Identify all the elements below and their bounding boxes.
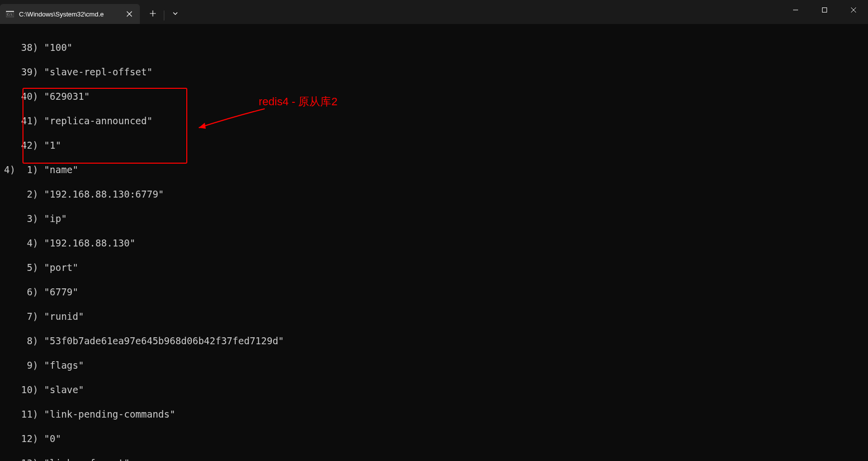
- tab-title: C:\Windows\System32\cmd.e: [19, 10, 120, 18]
- output-line: 38) "100": [4, 41, 864, 54]
- output-line: 42) "1": [4, 139, 864, 152]
- new-tab-button[interactable]: [144, 4, 162, 22]
- minimize-button[interactable]: [781, 0, 810, 20]
- output-line: 10) "slave": [4, 384, 864, 396]
- svg-rect-1: [6, 11, 14, 12]
- output-line: 3) "ip": [4, 213, 864, 225]
- svg-text:C:\: C:\: [7, 12, 12, 16]
- tab-dropdown-button[interactable]: [166, 4, 184, 22]
- output-line: 2) "192.168.88.130:6779": [4, 188, 864, 201]
- maximize-button[interactable]: [810, 0, 839, 20]
- terminal-tab[interactable]: C:\ C:\Windows\System32\cmd.e: [0, 4, 140, 24]
- output-line: 39) "slave-repl-offset": [4, 66, 864, 78]
- cmd-icon: C:\: [6, 10, 14, 18]
- output-line: 4) "192.168.88.130": [4, 237, 864, 249]
- output-line: 9) "flags": [4, 359, 864, 372]
- svg-rect-3: [823, 8, 827, 12]
- output-line: 4) 1) "name": [4, 164, 864, 176]
- output-line: 5) "port": [4, 261, 864, 274]
- output-line: 11) "link-pending-commands": [4, 408, 864, 421]
- output-line: 40) "629031": [4, 90, 864, 103]
- title-bar: C:\ C:\Windows\System32\cmd.e: [0, 0, 868, 24]
- output-line: 13) "link-refcount": [4, 457, 864, 461]
- output-line: 12) "0": [4, 433, 864, 445]
- close-window-button[interactable]: [839, 0, 868, 20]
- window-controls: [781, 0, 868, 20]
- terminal-output: 38) "100" 39) "slave-repl-offset" 40) "6…: [0, 24, 868, 461]
- output-line: 41) "replica-announced": [4, 115, 864, 127]
- close-tab-button[interactable]: [125, 9, 134, 18]
- output-line: 7) "runid": [4, 310, 864, 323]
- tab-divider: [164, 10, 164, 20]
- output-line: 8) "53f0b7ade61ea97e645b968d06b42f37fed7…: [4, 335, 864, 347]
- output-line: 6) "6779": [4, 286, 864, 298]
